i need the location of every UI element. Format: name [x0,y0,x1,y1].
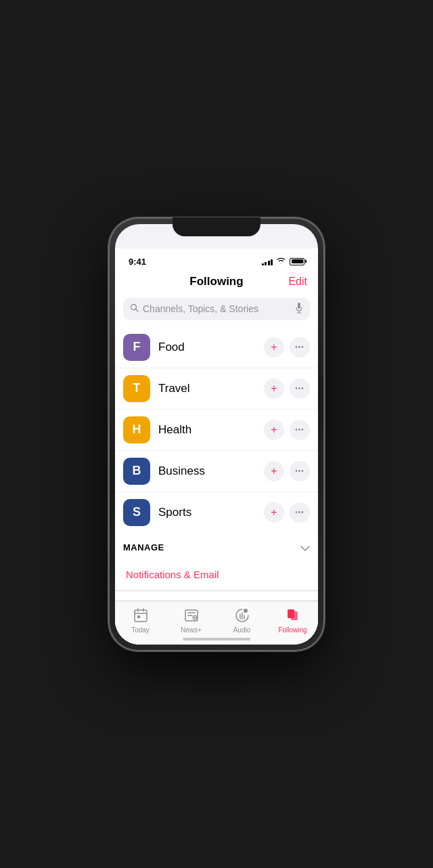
topic-name-travel: Travel [158,382,256,395]
topic-item-health[interactable]: H Health + ••• [115,410,318,451]
topic-actions-business: + ••• [264,461,310,481]
search-icon [130,303,139,314]
add-sports-button[interactable]: + [264,502,284,523]
plus-icon: + [271,425,277,435]
audio-icon [233,607,251,624]
add-business-button[interactable]: + [264,461,284,481]
more-travel-button[interactable]: ••• [290,378,310,399]
phone-screen: 9:41 [115,224,318,645]
topic-item-food[interactable]: F Food + ••• [115,327,318,368]
svg-point-0 [131,305,137,310]
dots-icon: ••• [295,467,304,475]
svg-rect-6 [137,615,140,618]
topic-icon-travel: T [123,375,150,402]
newsplus-icon [183,607,200,624]
topic-actions-sports: + ••• [264,502,310,523]
topic-icon-health: H [123,416,150,443]
signal-icon [262,258,273,265]
topic-icon-food: F [123,334,150,361]
edit-button[interactable]: Edit [288,276,307,288]
tab-following[interactable]: Following [273,607,313,634]
dots-icon: ••• [295,508,304,516]
today-icon [132,607,150,624]
tab-today-label: Today [131,626,150,634]
manage-title: MANAGE [123,542,164,552]
chevron-down-icon [300,542,310,553]
plus-icon: + [271,466,277,477]
topic-item-travel[interactable]: T Travel + ••• [115,368,318,410]
plus-icon: + [271,342,277,353]
topic-name-health: Health [158,423,256,437]
plus-icon: + [271,507,277,518]
topic-name-food: Food [158,341,256,354]
topic-item-sports[interactable]: S Sports + ••• [115,492,318,533]
phone-frame: 9:41 [108,217,325,651]
svg-rect-5 [135,610,147,622]
search-container: Channels, Topics, & Stories [115,294,318,327]
scroll-area[interactable]: Following Edit Channels, Topics, & Stori… [115,269,318,601]
more-business-button[interactable]: ••• [290,461,310,481]
tab-audio[interactable]: Audio [222,607,263,634]
status-time: 9:41 [129,257,146,267]
home-indicator [183,638,250,641]
plus-icon: + [271,383,277,394]
status-icons [262,257,305,266]
battery-icon [290,258,304,265]
more-sports-button[interactable]: ••• [290,502,310,523]
following-icon [284,607,302,624]
topic-name-sports: Sports [158,506,256,519]
topic-actions-health: + ••• [264,420,310,440]
tab-audio-label: Audio [233,626,251,634]
topic-icon-business: B [123,458,150,485]
notch [173,217,260,236]
page-title: Following [189,275,243,288]
tab-following-label: Following [278,626,306,634]
add-health-button[interactable]: + [264,420,284,440]
wifi-icon [276,257,286,266]
more-health-button[interactable]: ••• [290,420,310,440]
tab-newsplus-label: News+ [181,626,202,634]
dots-icon: ••• [295,426,304,433]
nav-header: Following Edit [115,269,318,294]
dots-icon: ••• [295,385,304,392]
mic-icon [295,303,303,316]
topic-icon-sports: S [123,499,150,526]
svg-point-9 [244,609,248,613]
screen-content: 9:41 [115,248,318,645]
dots-icon: ••• [295,343,304,351]
manage-section[interactable]: MANAGE [115,533,318,559]
topic-actions-food: + ••• [264,337,310,357]
topic-list: F Food + ••• [115,327,318,533]
settings-label-notifications: Notifications & Email [126,569,219,580]
settings-section: Notifications & Email Family Sharing Sub… [115,560,318,601]
svg-line-1 [136,309,138,311]
settings-item-notifications[interactable]: Notifications & Email [115,560,318,590]
topic-item-business[interactable]: B Business + ••• [115,451,318,492]
topic-actions-travel: + ••• [264,378,310,399]
tab-today[interactable]: Today [120,607,161,634]
search-bar[interactable]: Channels, Topics, & Stories [123,298,310,320]
svg-rect-11 [291,611,298,620]
topic-name-business: Business [158,464,256,478]
status-bar: 9:41 [115,248,318,269]
search-placeholder: Channels, Topics, & Stories [143,303,291,314]
settings-item-family[interactable]: Family Sharing [115,592,318,601]
add-travel-button[interactable]: + [264,378,284,399]
tab-newsplus[interactable]: News+ [171,607,212,634]
add-food-button[interactable]: + [264,337,284,357]
svg-rect-2 [298,303,300,309]
more-food-button[interactable]: ••• [290,337,310,357]
